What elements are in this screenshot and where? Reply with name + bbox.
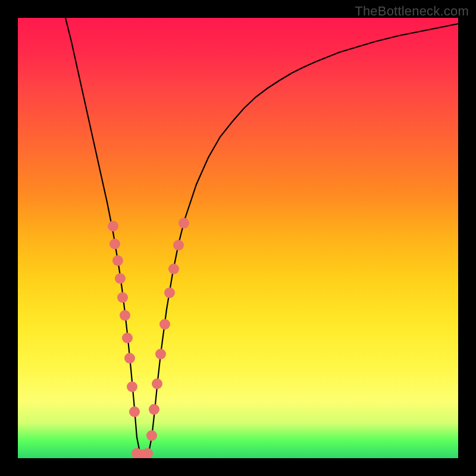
dots-left-branch — [108, 221, 140, 417]
curve-svg — [18, 18, 458, 458]
data-dot — [127, 381, 137, 392]
data-dot — [109, 239, 120, 249]
data-dot — [159, 319, 170, 330]
data-dot — [124, 353, 135, 364]
data-dot — [146, 430, 157, 441]
data-dot — [149, 404, 159, 415]
data-dot — [152, 378, 162, 389]
data-dot — [122, 333, 133, 343]
data-dot — [178, 218, 189, 228]
dots-valley — [131, 448, 153, 458]
data-dot — [120, 310, 130, 321]
watermark-text: TheBottleneck.com — [355, 4, 469, 19]
data-dot — [129, 406, 140, 417]
chart-frame: TheBottleneck.com — [0, 0, 476, 476]
data-dot — [117, 292, 128, 303]
data-dot — [168, 264, 179, 274]
data-dot — [108, 221, 118, 231]
data-dot — [173, 240, 184, 250]
bottleneck-curve — [65, 18, 458, 455]
gradient-plot-area — [18, 18, 458, 458]
dots-right-branch — [146, 218, 189, 441]
data-dot — [164, 287, 175, 298]
data-dot — [112, 255, 123, 266]
data-dot — [115, 273, 126, 284]
data-dot — [155, 349, 166, 359]
